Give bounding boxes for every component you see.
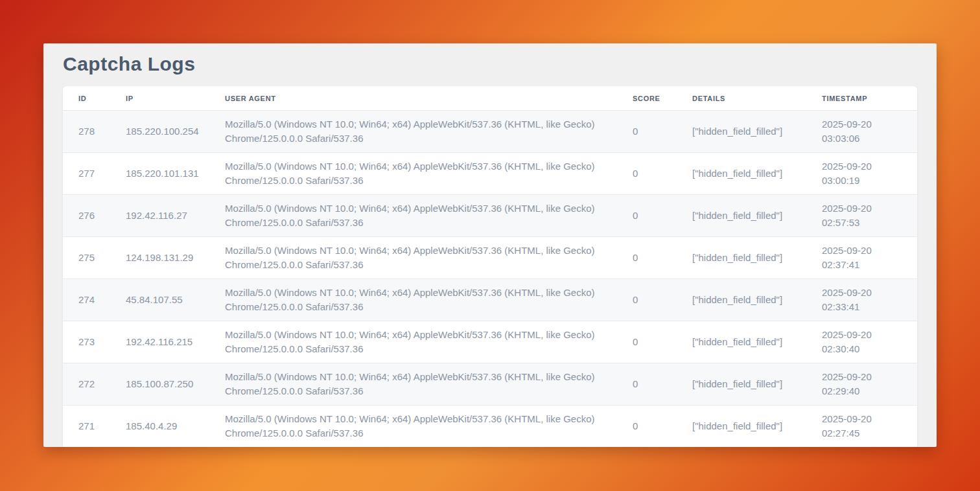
cell-id: 273 bbox=[63, 321, 110, 363]
cell-timestamp: 2025-09-20 02:33:41 bbox=[806, 279, 917, 321]
column-header-score: SCORE bbox=[617, 86, 677, 111]
cell-details: ["hidden_field_filled"] bbox=[677, 195, 806, 237]
page-background: { "page": { "title": "Captcha Logs" }, "… bbox=[0, 0, 980, 491]
cell-ip: 45.84.107.55 bbox=[110, 279, 209, 321]
cell-details: ["hidden_field_filled"] bbox=[677, 321, 806, 363]
cell-score: 0 bbox=[617, 279, 677, 321]
cell-id: 275 bbox=[63, 237, 110, 279]
cell-timestamp: 2025-09-20 02:29:40 bbox=[806, 363, 917, 405]
cell-id: 277 bbox=[63, 153, 110, 195]
column-header-id: ID bbox=[63, 86, 110, 111]
cell-ip: 192.42.116.27 bbox=[110, 195, 209, 237]
cell-id: 276 bbox=[63, 195, 110, 237]
cell-details: ["hidden_field_filled"] bbox=[677, 237, 806, 279]
cell-details: ["hidden_field_filled"] bbox=[677, 363, 806, 405]
cell-ip: 124.198.131.29 bbox=[110, 237, 209, 279]
column-header-ip: IP bbox=[110, 86, 209, 111]
cell-timestamp: 2025-09-20 02:57:53 bbox=[806, 195, 917, 237]
cell-timestamp: 2025-09-20 02:37:41 bbox=[806, 237, 917, 279]
table-row: 27445.84.107.55Mozilla/5.0 (Windows NT 1… bbox=[63, 279, 917, 321]
captcha-logs-table-container: ID IP USER AGENT SCORE DETAILS TIMESTAMP… bbox=[63, 86, 917, 447]
cell-timestamp: 2025-09-20 03:03:06 bbox=[806, 111, 917, 153]
cell-ip: 185.220.100.254 bbox=[110, 111, 209, 153]
cell-user-agent: Mozilla/5.0 (Windows NT 10.0; Win64; x64… bbox=[209, 195, 617, 237]
cell-ip: 185.40.4.29 bbox=[110, 405, 209, 448]
cell-score: 0 bbox=[617, 153, 677, 195]
cell-details: ["hidden_field_filled"] bbox=[677, 279, 806, 321]
cell-score: 0 bbox=[617, 195, 677, 237]
cell-details: ["hidden_field_filled"] bbox=[677, 405, 806, 448]
captcha-logs-table: ID IP USER AGENT SCORE DETAILS TIMESTAMP… bbox=[63, 86, 917, 447]
cell-timestamp: 2025-09-20 03:00:19 bbox=[806, 153, 917, 195]
cell-timestamp: 2025-09-20 02:30:40 bbox=[806, 321, 917, 363]
table-row: 271185.40.4.29Mozilla/5.0 (Windows NT 10… bbox=[63, 405, 917, 448]
table-header-row: ID IP USER AGENT SCORE DETAILS TIMESTAMP bbox=[63, 86, 917, 111]
cell-id: 278 bbox=[63, 111, 110, 153]
cell-ip: 185.100.87.250 bbox=[110, 363, 209, 405]
captcha-logs-card: Captcha Logs ID IP USER AGENT SCORE DETA… bbox=[43, 43, 937, 447]
cell-user-agent: Mozilla/5.0 (Windows NT 10.0; Win64; x64… bbox=[209, 237, 617, 279]
cell-user-agent: Mozilla/5.0 (Windows NT 10.0; Win64; x64… bbox=[209, 153, 617, 195]
column-header-timestamp: TIMESTAMP bbox=[806, 86, 917, 111]
cell-score: 0 bbox=[617, 111, 677, 153]
table-row: 275124.198.131.29Mozilla/5.0 (Windows NT… bbox=[63, 237, 917, 279]
cell-id: 271 bbox=[63, 405, 110, 448]
page-title: Captcha Logs bbox=[63, 52, 917, 76]
cell-id: 274 bbox=[63, 279, 110, 321]
column-header-user-agent: USER AGENT bbox=[209, 86, 617, 111]
cell-ip: 192.42.116.215 bbox=[110, 321, 209, 363]
cell-score: 0 bbox=[617, 237, 677, 279]
cell-details: ["hidden_field_filled"] bbox=[677, 111, 806, 153]
table-row: 272185.100.87.250Mozilla/5.0 (Windows NT… bbox=[63, 363, 917, 405]
column-header-details: DETAILS bbox=[677, 86, 806, 111]
table-row: 276192.42.116.27Mozilla/5.0 (Windows NT … bbox=[63, 195, 917, 237]
cell-score: 0 bbox=[617, 321, 677, 363]
cell-user-agent: Mozilla/5.0 (Windows NT 10.0; Win64; x64… bbox=[209, 321, 617, 363]
table-row: 277185.220.101.131Mozilla/5.0 (Windows N… bbox=[63, 153, 917, 195]
cell-score: 0 bbox=[617, 405, 677, 448]
cell-user-agent: Mozilla/5.0 (Windows NT 10.0; Win64; x64… bbox=[209, 405, 617, 448]
table-row: 273192.42.116.215Mozilla/5.0 (Windows NT… bbox=[63, 321, 917, 363]
cell-user-agent: Mozilla/5.0 (Windows NT 10.0; Win64; x64… bbox=[209, 363, 617, 405]
table-row: 278185.220.100.254Mozilla/5.0 (Windows N… bbox=[63, 111, 917, 153]
table-header: ID IP USER AGENT SCORE DETAILS TIMESTAMP bbox=[63, 86, 917, 111]
cell-id: 272 bbox=[63, 363, 110, 405]
cell-user-agent: Mozilla/5.0 (Windows NT 10.0; Win64; x64… bbox=[209, 279, 617, 321]
table-body: 278185.220.100.254Mozilla/5.0 (Windows N… bbox=[63, 111, 917, 448]
cell-timestamp: 2025-09-20 02:27:45 bbox=[806, 405, 917, 448]
cell-details: ["hidden_field_filled"] bbox=[677, 153, 806, 195]
cell-ip: 185.220.101.131 bbox=[110, 153, 209, 195]
cell-score: 0 bbox=[617, 363, 677, 405]
cell-user-agent: Mozilla/5.0 (Windows NT 10.0; Win64; x64… bbox=[209, 111, 617, 153]
